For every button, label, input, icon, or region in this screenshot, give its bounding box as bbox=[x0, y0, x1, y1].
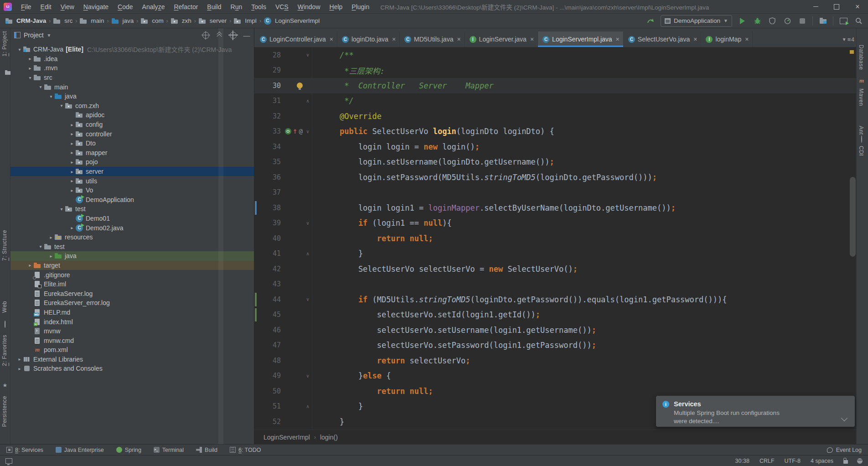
tree-item-Elite.iml[interactable]: Elite.iml bbox=[10, 280, 254, 289]
tree-item-.mvn[interactable]: ▸.mvn bbox=[10, 63, 254, 73]
tree-item-.idea[interactable]: ▸.idea bbox=[10, 54, 254, 64]
menu-file[interactable]: File bbox=[16, 3, 36, 10]
tree-arrow-icon[interactable]: ▾ bbox=[16, 47, 23, 52]
highlighting-level-icon[interactable] bbox=[857, 458, 863, 464]
breadcrumb-class[interactable]: LoginServerImpl bbox=[264, 434, 310, 441]
line-separator[interactable]: CRLF bbox=[760, 458, 775, 464]
tree-item-apidoc[interactable]: apidoc bbox=[10, 110, 254, 120]
tree-item-java[interactable]: ▾java bbox=[10, 92, 254, 101]
fold-marker-icon[interactable]: ∨ bbox=[304, 296, 312, 302]
tree-item-Vo[interactable]: ▸Vo bbox=[10, 186, 254, 195]
fold-marker-icon[interactable]: ∧ bbox=[304, 404, 312, 409]
menu-edit[interactable]: Edit bbox=[36, 3, 56, 10]
notification-balloon[interactable]: i Services Multiple Spring Boot run conf… bbox=[656, 396, 855, 427]
implements-arrow-icon[interactable]: ↑ bbox=[293, 128, 298, 135]
tree-arrow-icon[interactable]: ▾ bbox=[37, 244, 44, 249]
hidden-tabs-dropdown[interactable]: ▼ ≡ 4 bbox=[842, 36, 854, 43]
tree-arrow-icon[interactable]: ▾ bbox=[37, 84, 44, 89]
unlock-icon[interactable] bbox=[843, 460, 848, 464]
tree-item-resources[interactable]: ▸resources bbox=[10, 233, 254, 242]
close-tab-icon[interactable]: × bbox=[457, 36, 460, 43]
menu-run[interactable]: Run bbox=[226, 3, 247, 10]
tree-arrow-icon[interactable]: ▸ bbox=[68, 150, 76, 155]
run-dashboard-icon[interactable] bbox=[838, 16, 848, 26]
tree-arrow-icon[interactable]: ▸ bbox=[68, 188, 76, 193]
intention-bulb-icon[interactable] bbox=[297, 83, 303, 88]
tab-SelectUserVo.java[interactable]: CSelectUserVo.java× bbox=[624, 31, 702, 47]
toolwindow-button-8-services[interactable]: 8: Services bbox=[6, 447, 43, 453]
maven-icon[interactable]: m bbox=[858, 78, 865, 84]
tree-arrow-icon[interactable]: ▾ bbox=[26, 75, 34, 80]
breadcrumb-item-LoginServerImpl[interactable]: CLoginServerImpl bbox=[263, 17, 320, 25]
tree-item-com.zxh[interactable]: ▾com.zxh bbox=[10, 101, 254, 111]
close-tab-icon[interactable]: × bbox=[530, 36, 534, 43]
breadcrumb-item-java[interactable]: java bbox=[111, 17, 135, 25]
toolwindow-button-spring[interactable]: Spring bbox=[116, 447, 141, 453]
menu-window[interactable]: Window bbox=[293, 3, 325, 10]
toolwindow-button-java-enterprise[interactable]: Java Enterprise bbox=[56, 447, 104, 453]
project-toolwindow-icon[interactable] bbox=[2, 70, 8, 77]
tree-item-EurekaServer.log[interactable]: EurekaServer.log bbox=[10, 289, 254, 298]
close-tab-icon[interactable]: × bbox=[616, 36, 620, 43]
tree-item-HELP.md[interactable]: HELP.md bbox=[10, 308, 254, 317]
toolwindow-button-terminal[interactable]: Terminal bbox=[154, 447, 184, 453]
fold-marker-icon[interactable]: ∨ bbox=[304, 129, 312, 135]
stripe-button-maven[interactable]: Maven bbox=[858, 88, 864, 106]
stripe-button-ant[interactable]: Ant bbox=[858, 126, 864, 135]
menu-code[interactable]: Code bbox=[113, 3, 137, 10]
tree-arrow-icon[interactable]: ▸ bbox=[68, 225, 76, 230]
tree-arrow-icon[interactable]: ▸ bbox=[68, 122, 76, 127]
indent-size[interactable]: 4 spaces bbox=[811, 458, 833, 464]
tab-loginDto.java[interactable]: CloginDto.java× bbox=[337, 31, 400, 47]
breadcrumb-item-main[interactable]: main bbox=[79, 17, 105, 25]
tree-arrow-icon[interactable]: ▸ bbox=[16, 366, 23, 371]
globe-icon[interactable] bbox=[2, 321, 8, 327]
tree-item-target[interactable]: ▸target bbox=[10, 261, 254, 270]
run-button[interactable] bbox=[737, 16, 747, 26]
build-hammer-icon[interactable] bbox=[646, 16, 656, 26]
project-panel-title[interactable]: Project bbox=[24, 31, 44, 39]
chevron-down-icon[interactable]: ▼ bbox=[47, 33, 52, 38]
tree-item-index.html[interactable]: index.html bbox=[10, 317, 254, 326]
run-configuration-select[interactable]: DemoApplication ▼ bbox=[661, 15, 732, 27]
menu-build[interactable]: Build bbox=[202, 3, 226, 10]
menu-plugin[interactable]: Plugin bbox=[347, 3, 374, 10]
overrides-icon[interactable]: O bbox=[285, 128, 291, 135]
breadcrumb-item-com[interactable]: com bbox=[140, 17, 165, 25]
caret-position[interactable]: 30:38 bbox=[735, 458, 749, 464]
menu-vcs[interactable]: VCS bbox=[271, 3, 293, 10]
breadcrumb-item-Impl[interactable]: Impl bbox=[233, 17, 258, 25]
tree-item-Dto[interactable]: ▸Dto bbox=[10, 139, 254, 148]
breadcrumb-method[interactable]: login() bbox=[320, 434, 338, 441]
tree-arrow-icon[interactable]: ▸ bbox=[68, 131, 76, 136]
tree-arrow-icon[interactable]: ▾ bbox=[47, 94, 55, 99]
stripe-button-web[interactable]: Web bbox=[1, 301, 8, 313]
tree-item-mapper[interactable]: ▸mapper bbox=[10, 148, 254, 158]
tree-item-config[interactable]: ▸config bbox=[10, 120, 254, 129]
menu-help[interactable]: Help bbox=[325, 3, 347, 10]
tree-item-External Libraries[interactable]: ▸External Libraries bbox=[10, 355, 254, 364]
tab-LoginController.java[interactable]: CLoginController.java× bbox=[255, 31, 337, 47]
menu-refactor[interactable]: Refactor bbox=[169, 3, 202, 10]
toolwindow-button-build[interactable]: Build bbox=[196, 447, 217, 453]
star-icon[interactable]: ★ bbox=[2, 382, 8, 388]
stripe-button-project[interactable]: 1: Project bbox=[1, 31, 8, 57]
profiler-button[interactable] bbox=[782, 16, 792, 26]
tree-item-.gitignore[interactable]: .gitignore bbox=[10, 270, 254, 280]
close-tab-icon[interactable]: × bbox=[745, 36, 749, 43]
tree-item-test[interactable]: ▾test bbox=[10, 242, 254, 251]
fold-marker-icon[interactable]: ∧ bbox=[304, 251, 312, 257]
fold-marker-icon[interactable]: ∨ bbox=[304, 373, 312, 379]
database-icon[interactable] bbox=[858, 35, 865, 41]
file-encoding[interactable]: UTF-8 bbox=[785, 458, 801, 464]
tree-item-controller[interactable]: ▸controller bbox=[10, 129, 254, 139]
fold-marker-icon[interactable]: ∨ bbox=[304, 52, 312, 58]
tree-item-Demo01[interactable]: CDemo01 bbox=[10, 214, 254, 223]
tree-arrow-icon[interactable]: ▾ bbox=[58, 207, 65, 212]
menu-analyze[interactable]: Analyze bbox=[138, 3, 170, 10]
tree-arrow-icon[interactable]: ▸ bbox=[68, 169, 76, 174]
menu-navigate[interactable]: Navigate bbox=[79, 3, 113, 10]
screen-reader-icon[interactable] bbox=[5, 458, 12, 464]
tree-arrow-icon[interactable]: ▸ bbox=[26, 66, 34, 71]
tree-item-pom.xml[interactable]: mpom.xml bbox=[10, 345, 254, 355]
